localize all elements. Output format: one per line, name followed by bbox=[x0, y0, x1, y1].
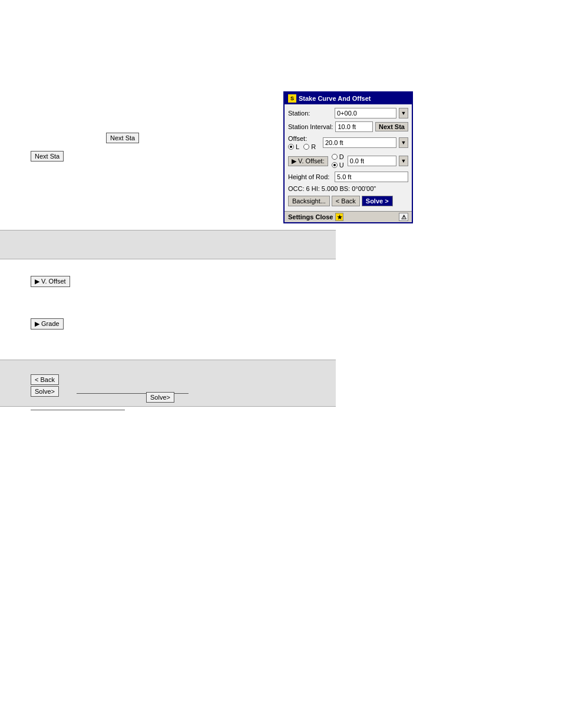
v-offset-d-row: D bbox=[332, 153, 344, 160]
back-button[interactable]: < Back bbox=[332, 196, 360, 206]
solve-button[interactable]: Solve > bbox=[362, 196, 393, 206]
dialog-status-bar: Settings Close ★ ⚠ bbox=[285, 211, 412, 222]
v-offset-u-row: U bbox=[332, 162, 344, 169]
star-icon[interactable]: ★ bbox=[335, 213, 343, 221]
bg-grade-button[interactable]: ▶ Grade bbox=[31, 318, 64, 330]
height-rod-label: Height of Rod: bbox=[288, 173, 332, 180]
station-interval-input[interactable] bbox=[335, 121, 373, 132]
v-offset-u-label: U bbox=[339, 162, 344, 169]
offset-input[interactable] bbox=[323, 137, 396, 148]
bg-back-button[interactable]: < Back bbox=[31, 374, 59, 385]
dialog-title: Stake Curve And Offset bbox=[299, 95, 371, 102]
station-dropdown[interactable]: ▼ bbox=[399, 108, 408, 118]
v-offset-dropdown[interactable]: ▼ bbox=[399, 156, 408, 166]
bg-solve-button[interactable]: Solve> bbox=[31, 386, 59, 397]
station-interval-row: Station Interval: Next Sta bbox=[288, 121, 408, 132]
dialog-title-icon: S bbox=[288, 94, 296, 103]
occ-info: OCC: 6 HI: 5.000 BS: 0°00'00" bbox=[288, 185, 408, 192]
v-offset-button[interactable]: ▶ V. Offset: bbox=[288, 156, 328, 166]
bg-solve-bottom-button[interactable]: Solve> bbox=[146, 392, 174, 403]
backsight-button[interactable]: Backsight... bbox=[288, 196, 330, 206]
bg-next-sta-button-2[interactable]: Next Sta bbox=[31, 151, 64, 162]
bg-v-offset-button[interactable]: ▶ V. Offset bbox=[31, 276, 70, 287]
height-rod-input[interactable] bbox=[335, 172, 408, 182]
offset-l-radio[interactable] bbox=[288, 144, 294, 150]
dialog-footer-buttons: Backsight... < Back Solve > bbox=[288, 196, 408, 206]
next-sta-button[interactable]: Next Sta bbox=[375, 122, 408, 131]
offset-label-col: Offset: L R bbox=[288, 135, 320, 150]
v-offset-row: ▶ V. Offset: D U ▼ bbox=[288, 153, 408, 169]
v-offset-d-label: D bbox=[339, 153, 344, 160]
height-rod-row: Height of Rod: bbox=[288, 172, 408, 182]
stake-curve-dialog: S Stake Curve And Offset Station: ▼ Stat… bbox=[283, 91, 413, 223]
offset-r-radio[interactable] bbox=[303, 144, 309, 150]
offset-l-label: L bbox=[296, 143, 299, 150]
station-row: Station: ▼ bbox=[288, 108, 408, 118]
v-offset-radio-col: D U bbox=[332, 153, 344, 169]
station-label: Station: bbox=[288, 110, 332, 117]
offset-dropdown[interactable]: ▼ bbox=[399, 137, 408, 148]
station-input[interactable] bbox=[335, 108, 396, 118]
settings-close-label: Settings Close bbox=[288, 213, 333, 220]
warning-icon: ⚠ bbox=[399, 213, 408, 221]
bg-next-sta-button-1[interactable]: Next Sta bbox=[106, 133, 139, 143]
dialog-body: Station: ▼ Station Interval: Next Sta Of… bbox=[285, 104, 412, 211]
offset-r-label: R bbox=[311, 143, 316, 150]
station-interval-label: Station Interval: bbox=[288, 123, 333, 130]
offset-label: Offset: bbox=[288, 135, 320, 142]
offset-lr-row: L R bbox=[288, 143, 320, 150]
v-offset-u-radio[interactable] bbox=[332, 162, 338, 168]
bg-underline-bottom bbox=[31, 410, 125, 410]
v-offset-input[interactable] bbox=[348, 156, 396, 166]
v-offset-d-radio[interactable] bbox=[332, 154, 338, 160]
dialog-titlebar: S Stake Curve And Offset bbox=[285, 93, 412, 104]
bg-top-panel bbox=[0, 230, 336, 259]
offset-row: Offset: L R ▼ bbox=[288, 135, 408, 150]
